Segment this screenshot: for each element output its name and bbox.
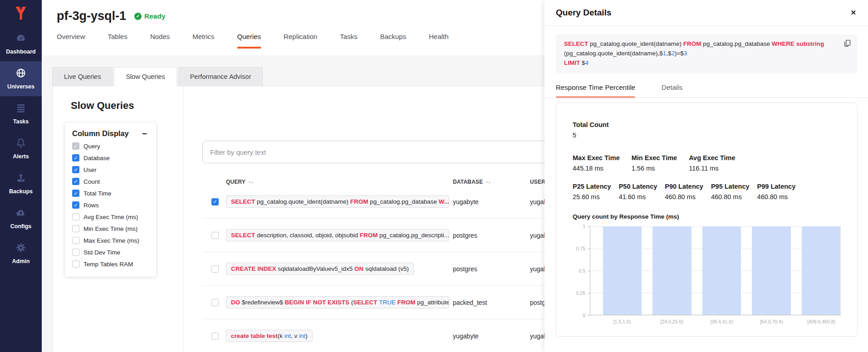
query-row[interactable]: DO $redefineview$ BEGIN IF NOT EXISTS (S…: [202, 286, 565, 319]
query-row[interactable]: ✓SELECT pg_catalog.quote_ident(datname) …: [202, 185, 565, 219]
histogram-bar: [752, 226, 790, 315]
column-option-label: Database: [83, 155, 110, 161]
query-details-panel: Query Details ✕ SELECT pg_catalog.quote_…: [544, 0, 868, 352]
query-row[interactable]: CREATE INDEX sqldataloadByValuev5_idx5 O…: [202, 252, 565, 286]
stat-value: 460.80 ms: [757, 193, 796, 200]
checkbox-std-dev-time[interactable]: [72, 249, 79, 256]
sidebar-item-configs[interactable]: Configs: [0, 201, 42, 236]
query-filter-input[interactable]: [202, 141, 565, 163]
sql-token: FROM: [350, 198, 370, 205]
sql-token: DO: [231, 299, 242, 306]
row-checkbox[interactable]: ✓: [211, 198, 219, 205]
subtab-live-queries[interactable]: Live Queries: [52, 67, 113, 86]
sql-token: W...: [439, 198, 449, 205]
sql-token: BEGIN IF NOT EXISTS: [285, 299, 351, 306]
database-cell: postgres: [453, 265, 530, 273]
sort-icon[interactable]: ▼▲: [485, 181, 491, 184]
tab-health[interactable]: Health: [429, 33, 448, 49]
details-tab-response-time-percentile[interactable]: Response Time Percentile: [556, 83, 635, 98]
database-cell: yugabyte: [453, 332, 530, 340]
sql-token: SELECT: [564, 40, 590, 47]
yugabyte-logo[interactable]: [0, 0, 42, 26]
query-cell[interactable]: SELECT pg_catalog.quote_ident(datname) F…: [226, 196, 449, 208]
checkbox-rows[interactable]: ✓: [72, 201, 79, 209]
sidebar-item-backups[interactable]: Backups: [0, 166, 42, 201]
checkbox-temp-tables-ram[interactable]: [72, 260, 79, 268]
stat-label: P50 Latency: [619, 183, 657, 190]
details-tab-details[interactable]: Details: [662, 83, 682, 98]
sidebar-item-admin[interactable]: Admin: [0, 236, 42, 271]
sidebar-item-tasks[interactable]: Tasks: [0, 96, 42, 131]
sql-statement-line: SELECT pg_catalog.quote_ident(datname) F…: [564, 39, 834, 49]
query-cell[interactable]: SELECT description, classoid, objoid, ob…: [226, 229, 449, 241]
sql-token: FROM: [397, 299, 417, 306]
response-time-histogram: 00.250.50.751: [573, 226, 841, 315]
column-option-label: Std Dev Time: [83, 249, 120, 256]
checkbox-min-exec-time-ms[interactable]: [72, 225, 79, 232]
status-badge: ✓ Ready: [134, 12, 166, 20]
tab-tables[interactable]: Tables: [108, 33, 128, 49]
row-checkbox[interactable]: [211, 332, 219, 340]
chart-y-axis: 00.250.50.751: [573, 226, 590, 315]
slow-queries-table-area: QUERY▼▲DATABASE▼▲USER▼▲ ✓SELECT pg_catal…: [202, 122, 565, 352]
tab-queries[interactable]: Queries: [237, 33, 261, 49]
stat-value: 460.80 ms: [711, 193, 750, 200]
sidebar-item-alerts[interactable]: Alerts: [0, 131, 42, 166]
row-checkbox[interactable]: [211, 299, 219, 306]
checkbox-count[interactable]: ✓: [72, 178, 79, 185]
dashboard-icon: [15, 33, 26, 45]
query-cell[interactable]: create table test(k int, v int): [226, 330, 313, 342]
minus-icon[interactable]: −: [140, 131, 149, 137]
checkbox-total-time[interactable]: ✓: [72, 190, 79, 197]
column-header-query[interactable]: QUERY▼▲: [226, 179, 453, 185]
row-checkbox[interactable]: [211, 265, 219, 273]
sidebar-item-label: Dashboard: [6, 49, 35, 55]
column-option-count: ✓Count: [72, 178, 149, 185]
tab-nodes[interactable]: Nodes: [150, 33, 170, 49]
admin-icon: [15, 242, 26, 255]
query-cell[interactable]: DO $redefineview$ BEGIN IF NOT EXISTS (S…: [226, 296, 449, 308]
query-row[interactable]: SELECT description, classoid, objoid, ob…: [202, 219, 565, 252]
tab-backups[interactable]: Backups: [380, 33, 407, 49]
tasks-icon: [15, 103, 26, 115]
chart-plot-area: [590, 226, 841, 315]
stat-p90-latency: P90 Latency460.80 ms: [665, 183, 703, 200]
latency-stats: P25 Latency25.60 msP50 Latency41.60 msP9…: [573, 183, 841, 200]
column-display-card: Column Display − ✓Query✓Database✓User✓Co…: [65, 122, 156, 277]
sql-token: pg_catalog.pg_descripti...: [379, 232, 449, 239]
checkbox-max-exec-time-ms[interactable]: [72, 237, 79, 244]
subtab-slow-queries[interactable]: Slow Queries: [114, 67, 177, 86]
column-option-label: Total Time: [83, 190, 112, 197]
status-label: Ready: [144, 12, 166, 20]
row-checkbox[interactable]: [211, 232, 219, 239]
close-icon[interactable]: ✕: [850, 9, 856, 17]
column-header-database[interactable]: DATABASE▼▲: [453, 179, 530, 185]
stat-value: 116.11 ms: [689, 165, 735, 172]
checkbox-user[interactable]: ✓: [72, 166, 79, 173]
stat-p50-latency: P50 Latency41.60 ms: [619, 183, 657, 200]
stat-value: 1.56 ms: [632, 165, 677, 172]
column-option-min-exec-time-ms: Min Exec Time (ms): [72, 225, 149, 232]
sidebar-item-universes[interactable]: Universes: [0, 61, 42, 96]
sort-icon[interactable]: ▼▲: [248, 181, 253, 184]
subtab-performance-advisor[interactable]: Performance Advisor: [178, 67, 263, 86]
stat-label: Min Exec Time: [632, 154, 677, 161]
checkbox-database[interactable]: ✓: [72, 154, 79, 161]
tab-overview[interactable]: Overview: [57, 33, 85, 49]
sql-token: FROM: [683, 40, 703, 47]
alerts-icon: [15, 137, 26, 150]
query-row[interactable]: create table test(k int, v int)yugabytey…: [202, 319, 565, 352]
column-option-label: Query: [83, 143, 100, 150]
column-option-label: Count: [83, 178, 100, 185]
tab-replication[interactable]: Replication: [284, 33, 317, 49]
tab-metrics[interactable]: Metrics: [192, 33, 214, 49]
sql-token: pg_catalog.quote_ident(datname): [590, 40, 683, 47]
copy-icon[interactable]: [843, 39, 852, 48]
sql-token: (pg_catalog.quote_ident(datname),$: [564, 50, 663, 57]
checkbox-avg-exec-time-ms[interactable]: [72, 213, 79, 220]
checkbox-query[interactable]: ✓: [72, 142, 79, 150]
sidebar-item-dashboard[interactable]: Dashboard: [0, 26, 42, 61]
tab-tasks[interactable]: Tasks: [340, 33, 357, 49]
query-cell[interactable]: CREATE INDEX sqldataloadByValuev5_idx5 O…: [226, 263, 414, 275]
column-option-user: ✓User: [72, 166, 149, 173]
